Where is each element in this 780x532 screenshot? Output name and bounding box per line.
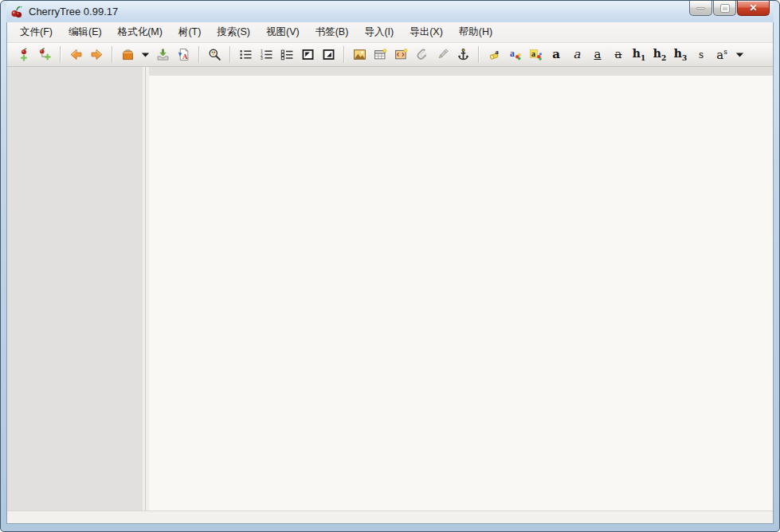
recent-docs-dropdown-button[interactable] (138, 45, 152, 65)
menu-format[interactable]: 格式化(M) (110, 22, 171, 42)
superscript-button[interactable]: as (711, 45, 732, 65)
find-in-nodes-button[interactable] (204, 45, 225, 65)
go-forward-button[interactable] (86, 45, 107, 65)
insert-link-icon (436, 48, 449, 61)
insert-image-icon (353, 48, 366, 61)
bold-icon: a (552, 49, 560, 61)
window-title: CherryTree 0.99.17 (29, 6, 118, 18)
toggle-tree-button[interactable] (297, 45, 318, 65)
menu-export[interactable]: 导出(X) (402, 22, 451, 42)
find-icon (208, 48, 221, 61)
svg-text:a: a (495, 48, 499, 56)
menu-bookmarks[interactable]: 书签(B) (308, 22, 357, 42)
close-icon: ✕ (749, 3, 757, 13)
save-button[interactable] (152, 45, 173, 65)
dropdown-arrow-icon (139, 48, 152, 61)
toolbar-group: 123 (235, 45, 339, 65)
toolbar-separator (112, 46, 112, 63)
menu-search[interactable]: 搜索(S) (209, 22, 258, 42)
bg-color-button[interactable]: a (525, 45, 546, 65)
editor-area (149, 67, 773, 510)
export-pdf-icon: A (177, 48, 190, 61)
h2-icon: h2 (653, 48, 666, 62)
toolbar-separator (198, 46, 199, 63)
go-forward-icon (90, 48, 104, 61)
insert-image-button[interactable] (349, 45, 370, 65)
svg-text:A: A (182, 53, 188, 61)
toolbar-group (65, 45, 107, 65)
list-bulleted-button[interactable] (235, 45, 256, 65)
list-bulleted-icon (239, 48, 253, 61)
strikethrough-button[interactable]: a (608, 45, 629, 65)
underline-button[interactable]: a (587, 45, 608, 65)
menu-tree[interactable]: 树(T) (171, 22, 209, 42)
window-tri-br-icon (322, 48, 335, 61)
node-child-add-icon (38, 48, 52, 61)
h3-button[interactable]: h3 (670, 45, 691, 65)
menu-file[interactable]: 文件(F) (12, 22, 61, 42)
toolbar-group (349, 45, 473, 65)
maximize-button[interactable] (713, 1, 736, 16)
window-controls: ✕ (689, 1, 770, 16)
menu-edit[interactable]: 编辑(E) (61, 22, 110, 42)
attach-file-button[interactable] (411, 45, 432, 65)
app-window: CherryTree 0.99.17 ✕ 文件(F)编辑(E)格式化(M)树(T… (0, 0, 780, 532)
open-file-icon (121, 48, 135, 61)
editor-text-area[interactable] (149, 76, 773, 510)
toolbar-group: aaaaaaah1h2h3sas (484, 45, 747, 65)
insert-anchor-button[interactable] (453, 45, 473, 65)
cherry-icon (10, 5, 24, 19)
fg-color-button[interactable]: a (504, 45, 525, 65)
titlebar[interactable]: CherryTree 0.99.17 ✕ (6, 1, 774, 22)
format-clear-icon: a (488, 48, 501, 61)
toolbar-group (14, 45, 55, 65)
go-back-button[interactable] (65, 45, 86, 65)
list-todo-button[interactable] (276, 45, 297, 65)
toolbar-separator (229, 46, 230, 63)
node-child-add-button[interactable] (34, 45, 55, 65)
toolbar-overflow-button[interactable] (732, 45, 747, 65)
node-add-button[interactable] (14, 45, 34, 65)
list-todo-icon (280, 48, 294, 61)
toolbar-separator (343, 46, 344, 63)
insert-codebox-button[interactable] (390, 45, 411, 65)
fg-color-icon: a (508, 48, 522, 61)
client-area: 文件(F)编辑(E)格式化(M)树(T)搜索(S)视图(V)书签(B)导入(I)… (6, 22, 774, 524)
node-add-icon (18, 48, 31, 61)
h1-icon: h1 (633, 48, 645, 62)
h2-button[interactable]: h2 (649, 45, 670, 65)
maximize-icon (721, 5, 729, 12)
insert-link-button[interactable] (432, 45, 453, 65)
menu-view[interactable]: 视图(V) (258, 22, 308, 42)
minimize-button[interactable] (689, 1, 712, 16)
insert-table-button[interactable] (370, 45, 390, 65)
h1-button[interactable]: h1 (629, 45, 649, 65)
svg-text:a: a (531, 49, 535, 58)
insert-anchor-icon (457, 48, 470, 61)
open-file-button[interactable] (117, 45, 138, 65)
toggle-header-button[interactable] (318, 45, 339, 65)
format-clear-button[interactable]: a (484, 45, 504, 65)
close-button[interactable]: ✕ (737, 1, 770, 16)
insert-codebox-icon (394, 48, 408, 61)
export-pdf-button[interactable]: A (173, 45, 194, 65)
bg-color-icon: a (529, 48, 543, 61)
toolbar-separator (478, 46, 479, 63)
save-icon (156, 48, 170, 61)
bold-button[interactable]: a (546, 45, 566, 65)
underline-icon: a (594, 49, 602, 61)
small-icon: s (699, 50, 704, 60)
list-numbered-button[interactable]: 123 (256, 45, 276, 65)
main-content (7, 67, 773, 510)
tree-editor-splitter[interactable] (143, 67, 149, 510)
menu-import[interactable]: 导入(I) (356, 22, 402, 42)
minimize-icon (696, 7, 705, 10)
insert-table-icon (374, 48, 387, 61)
svg-text:3: 3 (261, 56, 263, 61)
menu-help[interactable]: 帮助(H) (451, 22, 500, 42)
go-back-icon (69, 48, 83, 61)
italic-button[interactable]: a (566, 45, 587, 65)
small-button[interactable]: s (691, 45, 711, 65)
tree-panel[interactable] (7, 67, 143, 510)
toolbar-group (204, 45, 225, 65)
